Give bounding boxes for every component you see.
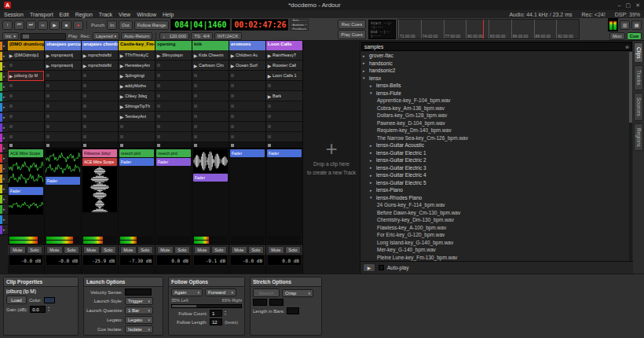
stretch-mode-select[interactable]: Crisp▾ xyxy=(282,289,313,297)
cue-trigger-button[interactable]: ▸ xyxy=(0,41,8,51)
empty-clip-slot[interactable] xyxy=(192,71,229,81)
clip-slot[interactable]: ▶Bark xyxy=(266,91,302,101)
empty-clip-slot[interactable] xyxy=(229,81,265,91)
clip-slot[interactable]: ▶39myotspn xyxy=(156,50,192,61)
cue-button[interactable]: Cue xyxy=(627,32,642,40)
tree-file[interactable]: Flawless-key_A-100_bpm.wav xyxy=(360,224,633,232)
clip-play-icon[interactable]: ▶ xyxy=(8,53,14,58)
clip-stop-icon[interactable] xyxy=(83,74,86,77)
empty-clip-slot[interactable] xyxy=(45,91,81,101)
empty-clip-slot[interactable] xyxy=(8,101,44,112)
tree-file[interactable]: Dollars-key_Gm-128_bpm.wav xyxy=(360,112,633,119)
mute-button[interactable]: Mute xyxy=(231,246,247,254)
clip-play-icon[interactable]: ▶ xyxy=(45,63,51,68)
clip-stop-icon[interactable] xyxy=(46,115,49,118)
plugin-processor[interactable]: resech pird xyxy=(119,149,154,157)
solo-button[interactable]: Solo xyxy=(211,246,228,254)
clip-slot[interactable]: ▶mpnchrdsfbl xyxy=(82,61,118,71)
scrollbar[interactable] xyxy=(629,52,632,261)
mute-button[interactable]: Mute xyxy=(9,246,26,254)
track-header[interactable]: anajaies chords be xyxy=(82,41,118,50)
editor-page-icon[interactable]: ▥ xyxy=(620,20,630,30)
empty-clip-slot[interactable] xyxy=(82,91,118,101)
browser-search-field[interactable]: samples ⊗ xyxy=(361,42,632,51)
clip-slot[interactable]: ▶mpnchrdsfbl xyxy=(82,50,118,61)
empty-clip-slot[interactable] xyxy=(266,81,302,91)
clip-play-icon[interactable]: ▶ xyxy=(82,63,88,68)
mixer-page-icon[interactable]: ▦ xyxy=(631,20,642,30)
clip-stop-icon[interactable] xyxy=(46,74,49,77)
clip-stop-icon[interactable] xyxy=(83,115,86,118)
clip-slot[interactable]: ▶Children Au xyxy=(229,50,265,61)
mute-button[interactable]: Mute xyxy=(83,246,100,254)
clip-stop-icon[interactable] xyxy=(83,94,86,97)
clip-stop-icon[interactable] xyxy=(231,115,234,118)
empty-clip-slot[interactable] xyxy=(229,91,265,101)
clip-slot[interactable]: ▶Ocean Surf xyxy=(229,61,265,71)
clip-stop-icon[interactable] xyxy=(194,84,197,87)
cue-trigger-button[interactable]: ▸ xyxy=(0,72,8,82)
empty-clip-slot[interactable] xyxy=(266,122,302,132)
tree-folder[interactable]: ▸grover-flac xyxy=(360,52,633,60)
clip-play-icon[interactable]: ▶ xyxy=(229,53,236,58)
empty-clip-slot[interactable] xyxy=(8,61,44,71)
clip-stop-icon[interactable] xyxy=(268,84,271,87)
tree-file[interactable]: Cobra-key_Am-136_bpm.wav xyxy=(360,105,633,112)
empty-clip-slot[interactable] xyxy=(45,101,81,112)
cue-trigger-button[interactable]: ▸ xyxy=(0,61,8,72)
follow-range-button[interactable]: Follow Range xyxy=(134,20,170,30)
clip-stop-icon[interactable] xyxy=(9,105,13,108)
clip-stop-icon[interactable] xyxy=(83,135,86,138)
tree-folder[interactable]: ▸lensx-Piano xyxy=(360,186,633,194)
clip-stop-icon[interactable] xyxy=(194,94,197,97)
clip-play-icon[interactable]: ▶ xyxy=(82,53,88,58)
clip-stop-icon[interactable] xyxy=(46,105,49,108)
plugin-processor[interactable]: ACE Mitre Scope xyxy=(9,149,43,157)
empty-clip-slot[interactable] xyxy=(156,71,192,81)
gain-field[interactable]: 0.0 xyxy=(30,306,46,313)
tree-file[interactable]: Mer-key_G-140_bpm.wav xyxy=(360,246,633,254)
clip-play-icon[interactable]: ▶ xyxy=(266,73,273,79)
preview-play-button[interactable]: ▶ xyxy=(363,263,375,272)
clip-slot[interactable]: ▶Rooster Call xyxy=(266,61,302,71)
fader-processor[interactable]: Fader xyxy=(193,174,228,182)
tree-folder[interactable]: ▾lensx-Flute xyxy=(360,90,633,97)
clip-stop-icon[interactable] xyxy=(157,125,160,128)
fader-processor[interactable]: Fader xyxy=(9,187,43,195)
solo-button[interactable]: Solo xyxy=(101,246,117,254)
tree-folder[interactable]: ▸lensx-Bells xyxy=(360,82,633,90)
follow-action-left-select[interactable]: Again▾ xyxy=(171,288,203,296)
track-header[interactable]: shaojees percussi xyxy=(45,41,81,50)
minimize-icon[interactable]: – xyxy=(618,2,621,9)
clip-slot[interactable]: ▶Carbson Clin xyxy=(192,61,229,71)
tree-file[interactable]: The Narrow Sea-key_Cm-126_bpm.wav xyxy=(360,134,633,142)
tree-folder[interactable]: ▸lensx-Guitar Electric 4 xyxy=(360,171,633,179)
clip-stop-icon[interactable] xyxy=(157,105,160,108)
clip-stop-icon[interactable] xyxy=(194,125,197,128)
empty-clip-slot[interactable] xyxy=(156,101,192,112)
cue-trigger-button[interactable]: ▸ xyxy=(0,174,8,184)
clip-play-icon[interactable]: ▶ xyxy=(119,94,125,99)
empty-clip-slot[interactable] xyxy=(82,112,118,122)
loop-button[interactable]: ∞ xyxy=(38,20,48,30)
empty-clip-slot[interactable] xyxy=(82,122,118,132)
legato-select[interactable]: Legato▾ xyxy=(125,316,153,324)
cue-trigger-button[interactable]: ▸ xyxy=(0,153,8,163)
clip-play-icon[interactable]: ▶ xyxy=(119,83,125,89)
clip-stop-icon[interactable] xyxy=(9,84,13,87)
empty-clip-slot[interactable] xyxy=(8,112,44,122)
cue-trigger-button[interactable]: ▸ xyxy=(0,225,8,235)
tempo-button[interactable]: ♩ 120.000 xyxy=(159,32,189,40)
fader-processor[interactable]: Fader xyxy=(119,158,154,166)
plugin-processor[interactable]: ACE Mitre Scope xyxy=(82,158,117,166)
empty-clip-slot[interactable] xyxy=(229,132,265,142)
clip-play-icon[interactable]: ▶ xyxy=(192,63,199,68)
empty-clip-slot[interactable] xyxy=(156,61,192,71)
mute-button[interactable]: Mute xyxy=(268,246,284,254)
empty-clip-slot[interactable] xyxy=(156,132,192,142)
clip-stop-icon[interactable] xyxy=(268,125,271,128)
empty-clip-slot[interactable] xyxy=(82,132,118,142)
punch-out-button[interactable]: Out xyxy=(119,20,133,30)
clip-stop-icon[interactable] xyxy=(231,105,234,108)
tree-file[interactable]: Before Dawn-key_Cm-130_bpm.wav xyxy=(360,209,633,217)
